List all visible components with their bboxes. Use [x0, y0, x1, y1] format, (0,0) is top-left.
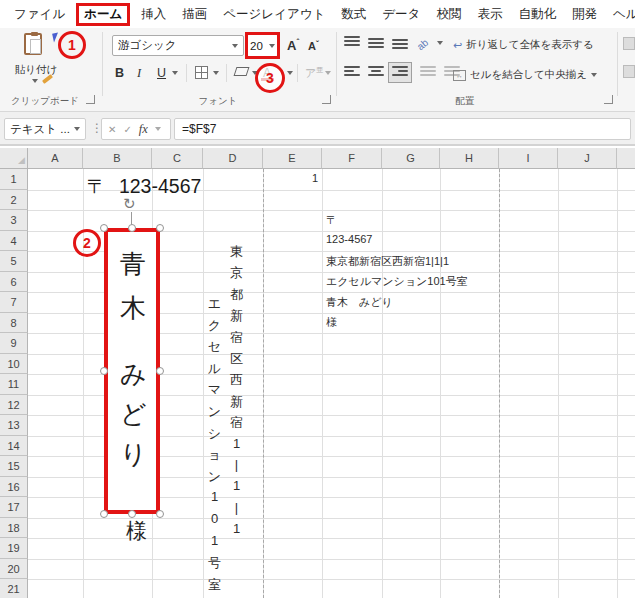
honorific-text[interactable]: 様	[126, 517, 147, 545]
col-header-G[interactable]: G	[382, 148, 440, 169]
col-header-A[interactable]: A	[28, 148, 83, 169]
row-header-2[interactable]: 2	[0, 190, 28, 211]
decrease-indent-button[interactable]	[420, 66, 436, 79]
shrink-font-button[interactable]: Aˇ	[308, 37, 319, 55]
row-header-9[interactable]: 9	[0, 333, 28, 354]
ribbon-tab-12[interactable]: ヘルプ	[605, 0, 635, 28]
select-all-corner[interactable]: ◢	[0, 148, 28, 169]
align-right-button-active[interactable]	[388, 62, 412, 83]
row-header-10[interactable]: 10	[0, 354, 28, 375]
merge-center-caret[interactable]	[591, 73, 597, 77]
row-header-8[interactable]: 8	[0, 313, 28, 334]
row-header-3[interactable]: 3	[0, 210, 28, 231]
col-header-partial[interactable]	[617, 148, 635, 169]
grow-font-button[interactable]: Aˆ	[287, 36, 299, 54]
borders-caret[interactable]	[213, 71, 219, 75]
cell-F6[interactable]: エクセルマンション101号室	[326, 274, 496, 289]
dialog-launcher-clipboard[interactable]	[86, 95, 95, 104]
phonetic-button[interactable]: ア亜	[305, 64, 323, 82]
textbox-handle-bottom-mid[interactable]	[128, 510, 136, 518]
enter-icon[interactable]: ✓	[123, 124, 131, 135]
textbox-handle-bottom-right[interactable]	[156, 510, 164, 518]
ribbon-tab-7[interactable]: データ	[374, 0, 428, 28]
cell-F7[interactable]: 青木 みどり	[326, 295, 446, 310]
ribbon-tab-10[interactable]: 自動化	[510, 0, 564, 28]
underline-button[interactable]: U	[157, 64, 166, 82]
row-header-7[interactable]: 7	[0, 292, 28, 313]
ribbon-tab-8[interactable]: 校閲	[428, 0, 469, 28]
cell-F8[interactable]: 様	[326, 315, 446, 330]
fx-caret[interactable]	[155, 127, 161, 131]
ribbon-tab-1[interactable]: ファイル	[6, 0, 73, 28]
dialog-launcher-alignment[interactable]	[604, 95, 613, 104]
row-header-18[interactable]: 18	[0, 518, 28, 539]
name-box-caret[interactable]	[74, 127, 80, 131]
col-header-D[interactable]: D	[203, 148, 263, 169]
row-header-20[interactable]: 20	[0, 559, 28, 580]
align-middle-button[interactable]	[368, 36, 384, 49]
textbox-handle-top-mid[interactable]	[128, 224, 136, 232]
fill-color-icon[interactable]	[234, 67, 250, 76]
cancel-icon[interactable]: ✕	[108, 124, 116, 135]
name-textbox[interactable]: 青木みどり	[104, 228, 160, 514]
wrap-text-button[interactable]: ↩ 折り返して全体を表示する	[453, 36, 603, 54]
font-color-caret[interactable]	[287, 71, 293, 75]
font-size-combo[interactable]: 20	[248, 35, 277, 56]
phonetic-caret[interactable]	[325, 71, 331, 75]
cell-F3[interactable]: 〒	[326, 213, 446, 228]
row-header-12[interactable]: 12	[0, 395, 28, 416]
underline-caret[interactable]	[172, 71, 178, 75]
col-header-B[interactable]: B	[83, 148, 152, 169]
textbox-handle-bottom-left[interactable]	[100, 510, 108, 518]
row-header-11[interactable]: 11	[0, 374, 28, 395]
col-header-F[interactable]: F	[322, 148, 382, 169]
row-header-15[interactable]: 15	[0, 456, 28, 477]
orientation-button[interactable]: ab	[416, 34, 433, 51]
row-header-6[interactable]: 6	[0, 272, 28, 293]
insert-function-icon[interactable]: fx	[139, 122, 148, 137]
row-header-5[interactable]: 5	[0, 251, 28, 272]
font-size-caret[interactable]	[269, 44, 275, 48]
ribbon-tab-9[interactable]: 表示	[469, 0, 510, 28]
ribbon-tab-6[interactable]: 数式	[333, 0, 374, 28]
row-header-13[interactable]: 13	[0, 415, 28, 436]
col-header-C[interactable]: C	[152, 148, 203, 169]
row-header-16[interactable]: 16	[0, 477, 28, 498]
italic-button[interactable]: I	[137, 64, 141, 82]
textbox-handle-top-left[interactable]	[100, 224, 108, 232]
ribbon-tab-5[interactable]: ページレイアウト	[215, 0, 333, 28]
align-left-button[interactable]	[344, 66, 360, 79]
ribbon-tab-11[interactable]: 開発	[564, 0, 605, 28]
bold-button[interactable]: B	[115, 64, 124, 82]
name-box[interactable]: テキスト ...	[4, 118, 86, 140]
col-header-J[interactable]: J	[558, 148, 617, 169]
paste-dropdown-caret[interactable]	[32, 79, 38, 83]
merge-center-button[interactable]: ↔ セルを結合して中央揃え	[453, 66, 609, 84]
row-header-21[interactable]: 21	[0, 579, 28, 598]
borders-icon[interactable]	[195, 66, 208, 79]
rotate-handle-icon[interactable]: ↻	[123, 195, 136, 213]
col-header-H[interactable]: H	[440, 148, 499, 169]
cell-E1[interactable]: 1	[264, 172, 318, 184]
cell-F4[interactable]: 123-4567	[326, 233, 446, 245]
textbox-handle-mid-right[interactable]	[156, 367, 164, 375]
font-name-caret[interactable]	[232, 44, 238, 48]
postal-code-text[interactable]: 〒 123-4567	[87, 173, 201, 200]
row-header-14[interactable]: 14	[0, 436, 28, 457]
format-painter-button[interactable]	[40, 72, 56, 86]
textbox-handle-mid-left[interactable]	[100, 367, 108, 375]
textbox-handle-top-right[interactable]	[156, 224, 164, 232]
align-top-button[interactable]	[344, 36, 360, 49]
ribbon-tab-3[interactable]: 挿入	[133, 0, 174, 28]
ribbon-tab-4[interactable]: 描画	[174, 0, 215, 28]
row-header-19[interactable]: 19	[0, 538, 28, 559]
orientation-caret[interactable]	[437, 41, 443, 45]
align-bottom-button[interactable]	[392, 36, 408, 49]
col-header-I[interactable]: I	[499, 148, 558, 169]
font-name-combo[interactable]: 游ゴシック	[112, 35, 244, 56]
row-header-1[interactable]: 1	[0, 169, 28, 190]
row-header-17[interactable]: 17	[0, 497, 28, 518]
align-center-button[interactable]	[368, 66, 384, 79]
dialog-launcher-font[interactable]	[322, 95, 331, 104]
col-header-E[interactable]: E	[263, 148, 322, 169]
